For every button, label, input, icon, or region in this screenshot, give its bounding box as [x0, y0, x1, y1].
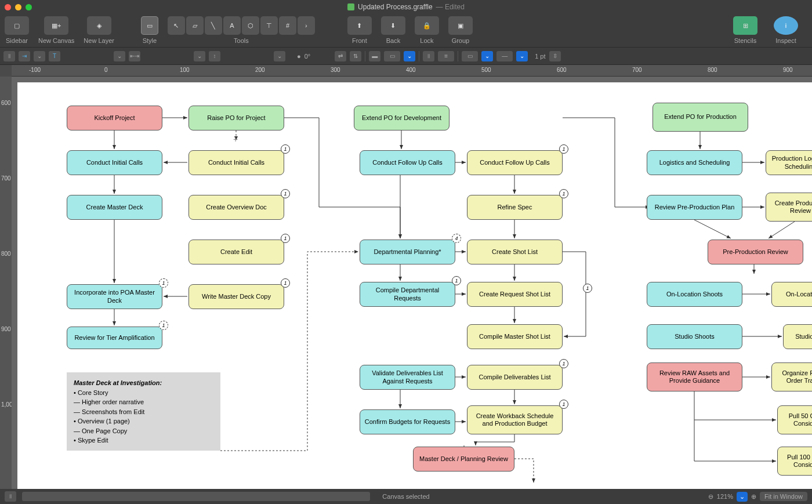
zoom-icon[interactable]	[26, 4, 32, 10]
dropdown1[interactable]: ⌄	[34, 51, 45, 61]
new-layer-label: New Layer	[84, 37, 114, 44]
zoom-level: 121%	[717, 493, 733, 500]
line-style[interactable]: —	[496, 51, 513, 61]
flow-node-n31[interactable]: On-Location Shoots	[647, 282, 742, 307]
flow-node-n27[interactable]: Production Logistics Scheduling	[766, 150, 812, 175]
flow-node-n8[interactable]: Incorporate into POA Master Deck	[67, 284, 162, 309]
canvas[interactable]: Kickoff ProjectRaise PO for ProjectCondu…	[17, 82, 812, 489]
fill-dropdown[interactable]: ⌄	[404, 51, 415, 61]
flow-node-n24[interactable]: Master Deck / Planning Review	[413, 447, 514, 472]
flow-node-n30[interactable]: Pre-Production Review	[708, 240, 803, 264]
canvas-viewport[interactable]: Kickoff ProjectRaise PO for ProjectCondu…	[12, 77, 812, 489]
flow-node-n28[interactable]: Review Pre-Production Plan	[647, 195, 742, 220]
align-handle-icon[interactable]: ⦀	[3, 51, 15, 61]
sidebar-toggle[interactable]: ▢	[5, 16, 29, 35]
close-icon[interactable]	[5, 4, 11, 10]
flow-node-n35[interactable]: Review RAW Assets and Provide Guidance	[647, 362, 742, 391]
fit-window-button[interactable]: Fit in Window	[760, 492, 807, 501]
flow-node-n21[interactable]: Compile Deliverables List	[467, 365, 563, 390]
zoom-in-icon[interactable]: ⊕	[751, 493, 756, 501]
flow-node-n22[interactable]: Confirm Budgets for Requests	[360, 409, 455, 434]
minimize-icon[interactable]	[15, 4, 21, 10]
flow-node-n11[interactable]: Extend PO for Development	[354, 106, 449, 130]
shadow-icon[interactable]: ▬	[369, 51, 380, 61]
flow-node-n3[interactable]: Conduct Initial Calls	[67, 150, 162, 175]
angle-indicator: ●	[297, 53, 301, 60]
add-connection-icon[interactable]: +	[233, 135, 238, 144]
width-icon[interactable]: ⇤⇥	[129, 51, 140, 61]
inspect-button[interactable]: i	[774, 16, 798, 35]
new-canvas-button[interactable]: ▦+	[44, 16, 68, 35]
node-badge: 1	[559, 144, 568, 154]
lock-button[interactable]: 🔒	[415, 16, 439, 35]
flow-node-n15[interactable]: Departmental Planning*	[360, 240, 455, 264]
titlebar: Updated Process.graffle — Edited	[0, 0, 812, 14]
back-label: Back	[386, 37, 400, 44]
line-style-dropdown[interactable]: ⌄	[516, 51, 528, 61]
dropdown4[interactable]: ⌄	[274, 51, 285, 61]
flow-node-n32[interactable]: On-Location	[771, 282, 812, 307]
flow-node-n20[interactable]: Validate Deliverables List Against Reque…	[360, 365, 455, 390]
style-tool[interactable]: ▭	[141, 16, 158, 35]
flow-node-n18[interactable]: Create Request Shot List	[467, 282, 563, 307]
back-button[interactable]: ⬇	[381, 16, 405, 35]
statusbar: ⦀ Canvas selected ⊖ 121% ⌄ ⊕ Fit in Wind…	[0, 489, 812, 504]
style-label: Style	[143, 37, 157, 44]
flow-node-n17[interactable]: Compile Departmental Requests	[360, 282, 455, 307]
canvas-note[interactable]: Master Deck at Investigation:• Core Stor…	[67, 372, 220, 451]
group-button[interactable]: ▣	[448, 16, 473, 35]
zoom-dropdown[interactable]: ⌄	[737, 492, 748, 502]
stroke-stepper[interactable]: ⇳	[549, 51, 561, 61]
flow-node-n16[interactable]: Create Shot List	[467, 240, 563, 264]
text-tool[interactable]: A	[223, 16, 241, 35]
flow-node-n26[interactable]: Logistics and Scheduling	[647, 150, 742, 175]
stroke-color[interactable]: ▭	[462, 51, 478, 61]
dropdown3[interactable]: ⌄	[194, 51, 205, 61]
grid-tool[interactable]: #	[279, 16, 296, 35]
pen-tool[interactable]: ⬡	[242, 16, 259, 35]
zoom-out-icon[interactable]: ⊖	[708, 493, 713, 501]
shape-tool[interactable]: ▱	[186, 16, 204, 35]
stroke-style[interactable]: ≡	[438, 51, 454, 61]
dropdown2[interactable]: ⌄	[114, 51, 125, 61]
flow-node-n19[interactable]: Compile Master Shot List	[467, 324, 563, 349]
select-tool[interactable]: ↖	[168, 16, 185, 35]
expand-tool[interactable]: ›	[298, 16, 315, 35]
ruler-horizontal: -1000100200300400500600700800900	[12, 65, 812, 77]
flow-node-n7[interactable]: Create Edit	[188, 240, 284, 264]
flow-node-n1[interactable]: Kickoff Project	[67, 106, 162, 130]
front-button[interactable]: ⬆	[347, 16, 372, 35]
stencils-button[interactable]: ⊞	[733, 16, 757, 35]
flow-node-n34[interactable]: Studio Sh	[783, 324, 812, 349]
flow-node-n2[interactable]: Raise PO for Project	[188, 106, 284, 130]
flow-node-n36[interactable]: Organize RAW Order Trans	[771, 362, 812, 391]
flip-v-icon[interactable]: ⇅	[350, 51, 361, 61]
stroke-color-dropdown[interactable]: ⌄	[481, 51, 493, 61]
flow-node-n5[interactable]: Create Master Deck	[67, 195, 162, 220]
scrollbar[interactable]	[22, 492, 370, 501]
line-tool[interactable]: ╲	[205, 16, 222, 35]
flip-h-icon[interactable]: ⇄	[335, 51, 346, 61]
status-message: Canvas selected	[382, 493, 429, 500]
height-icon[interactable]: ↕	[209, 51, 220, 61]
stroke-icon[interactable]: ⦀	[423, 51, 434, 61]
flow-node-n14[interactable]: Refine Spec	[467, 195, 563, 220]
flow-node-n38[interactable]: Pull 100 P for Consider	[777, 447, 812, 476]
flow-node-n12[interactable]: Conduct Follow Up Calls	[360, 150, 455, 175]
handle-icon[interactable]: ⦀	[5, 491, 16, 502]
flow-node-n6[interactable]: Create Overview Doc	[188, 195, 284, 220]
fill-swatch[interactable]: ▭	[384, 51, 400, 61]
flow-node-n29[interactable]: Create Production Review	[766, 193, 812, 222]
flow-node-n4[interactable]: Conduct Initial Calls	[188, 150, 284, 175]
flow-node-n9[interactable]: Write Master Deck Copy	[188, 284, 284, 309]
new-layer-button[interactable]: ◈	[87, 16, 111, 35]
flow-node-n37[interactable]: Pull 50 C for Consider	[777, 405, 812, 434]
text-icon[interactable]: T	[49, 51, 60, 61]
point-tool[interactable]: ⊤	[260, 16, 278, 35]
snap-icon[interactable]: ⇥	[19, 51, 30, 61]
flow-node-n23[interactable]: Create Workback Schedule and Production …	[467, 405, 563, 434]
flow-node-n10[interactable]: Review for Tier Amplification	[67, 327, 162, 349]
flow-node-n33[interactable]: Studio Shoots	[647, 324, 742, 349]
flow-node-n13[interactable]: Conduct Follow Up Calls	[467, 150, 563, 175]
flow-node-n25[interactable]: Extend PO for Production	[652, 103, 748, 132]
